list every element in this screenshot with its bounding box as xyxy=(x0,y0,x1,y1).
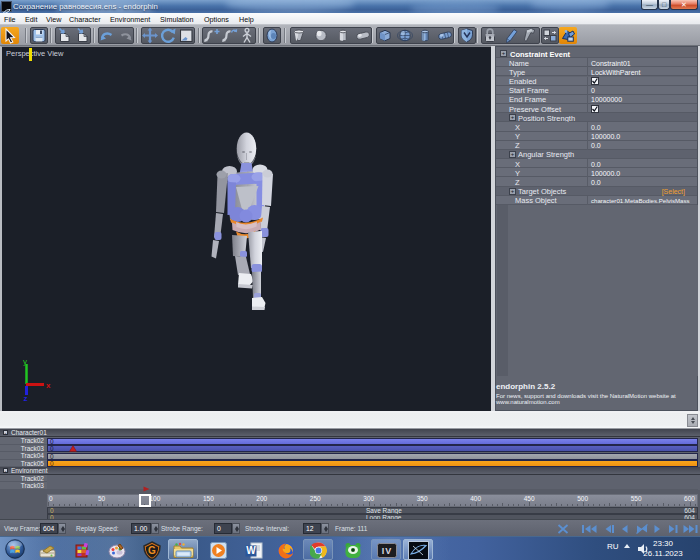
svg-text:z: z xyxy=(24,394,28,401)
svg-text:W: W xyxy=(246,545,256,556)
svg-text:G: G xyxy=(148,545,156,556)
svg-text:IV: IV xyxy=(382,546,393,556)
svg-text:x: x xyxy=(46,381,51,390)
